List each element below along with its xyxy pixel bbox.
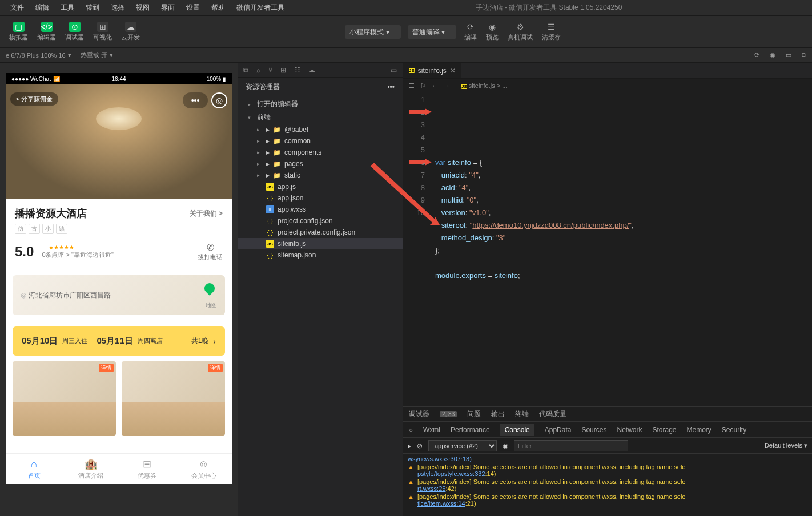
tree-item-common[interactable]: ▸▸ 📁 common: [238, 135, 403, 147]
close-icon[interactable]: ✕: [450, 67, 456, 75]
menu-goto[interactable]: 转到: [80, 3, 105, 13]
menu-settings[interactable]: 设置: [180, 3, 206, 13]
search-icon[interactable]: ⌕: [256, 66, 260, 74]
menu-wechat-devtools[interactable]: 微信开发者工具: [231, 3, 290, 13]
dt-tab-problems[interactable]: 问题: [467, 409, 481, 419]
filter-input[interactable]: [514, 440, 628, 452]
tree-item-static[interactable]: ▸▸ 📁 static: [238, 170, 403, 181]
tab-coupon[interactable]: ⊟优惠券: [119, 454, 175, 484]
share-button[interactable]: < 分享赚佣金: [10, 92, 58, 106]
tree-item-app-wxss[interactable]: ≡ app.wxss: [238, 204, 403, 215]
dt2-storage[interactable]: Storage: [652, 426, 676, 434]
clear-console-icon[interactable]: ⊘: [417, 442, 423, 450]
call-button[interactable]: ✆拨打电话: [198, 242, 223, 261]
menu-edit[interactable]: 编辑: [30, 3, 55, 13]
tree-item-pages[interactable]: ▸▸ 📁 pages: [238, 158, 403, 170]
dt2-performance[interactable]: Performance: [451, 426, 490, 434]
phone-preview[interactable]: ●●●●● WeChat📶 16:44 100% ▮ < 分享赚佣金 ••• ◎…: [6, 73, 232, 484]
tree-item-components[interactable]: ▸▸ 📁 components: [238, 147, 403, 158]
record-icon[interactable]: ◉: [770, 51, 775, 59]
back-icon[interactable]: ←: [432, 82, 438, 89]
visual-button[interactable]: ⊞可视化: [90, 19, 115, 44]
menu-file[interactable]: 文件: [5, 3, 30, 13]
simulator-panel: ●●●●● WeChat📶 16:44 100% ▮ < 分享赚佣金 ••• ◎…: [0, 63, 238, 516]
more-icon[interactable]: •••: [183, 92, 208, 108]
dt-tab-quality[interactable]: 代码质量: [539, 409, 566, 419]
menu-tools[interactable]: 工具: [55, 3, 80, 13]
context-select[interactable]: appservice (#2): [428, 440, 497, 452]
bookmark-icon[interactable]: ⚐: [420, 82, 426, 90]
review-text[interactable]: 0条点评 > "靠近海边很近": [42, 251, 113, 259]
inspect-icon[interactable]: ⟐: [409, 426, 413, 434]
room-card-2[interactable]: 详情: [122, 361, 225, 436]
date-selector[interactable]: 05月10日周三入住 05月11日周四离店 共1晚›: [13, 326, 225, 356]
compile-button[interactable]: ⟳编译: [461, 19, 480, 44]
compile-select[interactable]: 普通编译 ▾: [408, 25, 456, 39]
hot-reload-toggle[interactable]: 热重载 开: [81, 51, 107, 59]
more-icon[interactable]: •••: [387, 83, 395, 91]
dt-tab-output[interactable]: 输出: [491, 409, 505, 419]
tree-item-@babel[interactable]: ▸▸ 📁 @babel: [238, 124, 403, 135]
menu-ui[interactable]: 界面: [155, 3, 180, 13]
files-icon[interactable]: ⧉: [243, 66, 248, 74]
dt-error-badge[interactable]: 2, 33: [440, 411, 457, 417]
address-card[interactable]: ◎ 河北省廊坊市广阳区西昌路 地图: [13, 275, 225, 315]
cloud-button[interactable]: ☁云开发: [118, 19, 143, 44]
room-card-1[interactable]: 详情: [13, 361, 116, 436]
code-icon: </>: [41, 22, 53, 32]
simulator-button[interactable]: ▢模拟器: [6, 19, 31, 44]
device-info[interactable]: e 6/7/8 Plus 100% 16: [6, 52, 66, 59]
menu-help[interactable]: 帮助: [206, 3, 231, 13]
dt2-appdata[interactable]: AppData: [545, 426, 572, 434]
tree-item-siteinfo-js[interactable]: JS siteinfo.js: [238, 238, 403, 249]
dt-tab-debugger[interactable]: 调试器: [409, 409, 429, 419]
menu-select[interactable]: 选择: [105, 3, 130, 13]
code-editor[interactable]: 12345678910 ⌄var siteinfo = { uniacid: "…: [403, 92, 812, 406]
dt2-console[interactable]: Console: [500, 424, 534, 436]
branch-icon[interactable]: ⑂: [268, 66, 272, 74]
coupon-icon: ⊟: [143, 458, 151, 470]
refresh-icon[interactable]: ⟳: [754, 51, 759, 59]
menu-view[interactable]: 视图: [130, 3, 155, 13]
breadcrumb: ☰ ⚐ ← → JS siteinfo.js > ...: [403, 79, 812, 92]
tree-root[interactable]: ▾前端: [238, 111, 403, 124]
tabbar: ⌂首页 🏨酒店介绍 ⊟优惠券 ☺会员中心: [6, 453, 232, 484]
tab-hotel-intro[interactable]: 🏨酒店介绍: [62, 454, 119, 484]
panel-toggle-icon[interactable]: ▭: [391, 66, 397, 74]
dt2-wxml[interactable]: Wxml: [423, 426, 440, 434]
db-icon[interactable]: ☷: [294, 66, 300, 74]
real-debug-button[interactable]: ⚙真机调试: [504, 19, 536, 44]
dt2-sources[interactable]: Sources: [581, 426, 606, 434]
forward-icon[interactable]: →: [444, 82, 450, 89]
extensions-icon[interactable]: ⊞: [280, 66, 286, 74]
play-icon[interactable]: ▸: [408, 442, 411, 450]
cloud-icon[interactable]: ☁: [308, 66, 315, 74]
tree-item-app-js[interactable]: JS app.js: [238, 181, 403, 192]
levels-select[interactable]: Default levels ▾: [765, 442, 807, 449]
list-icon[interactable]: ☰: [409, 82, 415, 90]
eye-icon[interactable]: ◉: [503, 442, 508, 450]
clear-cache-button[interactable]: ☰清缓存: [538, 19, 564, 44]
device-icon[interactable]: ▭: [786, 51, 791, 59]
editor-tab-siteinfo[interactable]: JS siteinfo.js ✕: [403, 63, 461, 78]
cut-icon[interactable]: ⧉: [802, 51, 806, 59]
tab-member[interactable]: ☺会员中心: [175, 454, 232, 484]
console-output[interactable]: wsyncws.wxss:307:13)▲[pages/index/index]…: [403, 454, 812, 516]
tree-item-app-json[interactable]: { } app.json: [238, 192, 403, 204]
location-icon: ◎: [21, 291, 26, 299]
tree-open-editors[interactable]: ▸打开的编辑器: [238, 98, 403, 111]
tab-home[interactable]: ⌂首页: [6, 454, 62, 484]
dt2-network[interactable]: Network: [617, 426, 642, 434]
dt2-memory[interactable]: Memory: [687, 426, 711, 434]
dt2-security[interactable]: Security: [722, 426, 746, 434]
tree-item-sitemap-json[interactable]: { } sitemap.json: [238, 249, 403, 261]
mode-select[interactable]: 小程序模式 ▾: [345, 25, 400, 39]
tree-item-project-private-config-json[interactable]: { } project.private.config.json: [238, 227, 403, 238]
editor-button[interactable]: </>编辑器: [34, 19, 59, 44]
target-icon[interactable]: ◎: [211, 92, 227, 108]
preview-button[interactable]: ◉预览: [483, 19, 502, 44]
dt-tab-terminal[interactable]: 终端: [515, 409, 529, 419]
tree-item-project-config-json[interactable]: { } project.config.json: [238, 215, 403, 227]
about-link[interactable]: 关于我们 >: [190, 209, 223, 219]
debugger-button[interactable]: ⊙调试器: [62, 19, 87, 44]
